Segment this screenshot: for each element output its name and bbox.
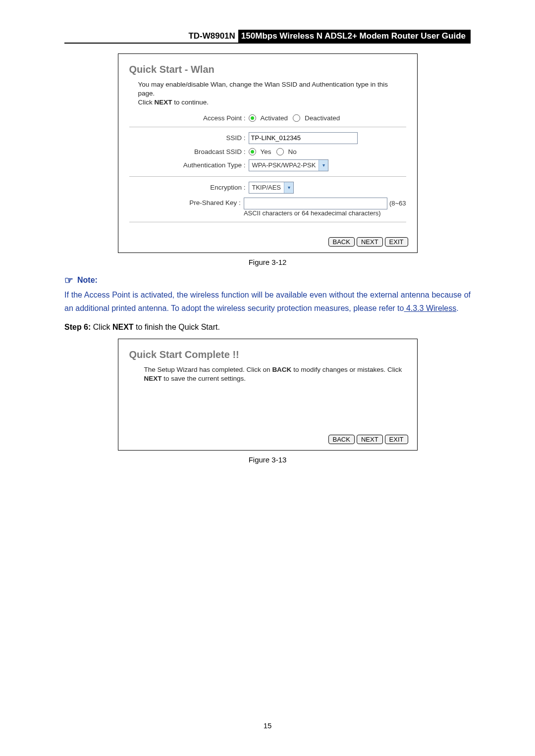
exit-button[interactable]: EXIT: [385, 435, 408, 444]
ssid-input[interactable]: [249, 132, 358, 144]
broadcast-ssid-label: Broadcast SSID :: [129, 148, 249, 155]
wlan-title: Quick Start - Wlan: [129, 64, 406, 75]
next-button[interactable]: NEXT: [357, 435, 383, 444]
psk-hint-range: (8~63: [389, 200, 406, 207]
figure-caption-2: Figure 3-13: [64, 455, 471, 464]
note-header: ☞ Note:: [64, 275, 471, 285]
model-number: TD-W8901N: [187, 30, 238, 43]
radio-activated[interactable]: [249, 114, 256, 122]
wlan-desc: You may enable/disable Wlan, change the …: [138, 80, 406, 107]
chevron-down-icon: ▾: [319, 160, 328, 171]
ssid-row: SSID :: [129, 132, 406, 144]
psk-row: Pre-Shared Key : (8~63 ASCII characters …: [129, 198, 406, 217]
broadcast-ssid-row: Broadcast SSID : Yes No: [129, 148, 406, 155]
exit-button[interactable]: EXIT: [385, 237, 408, 247]
note-label: Note:: [77, 276, 98, 285]
divider: [129, 176, 406, 177]
activated-label: Activated: [261, 114, 288, 122]
divider: [129, 127, 406, 127]
next-button[interactable]: NEXT: [357, 237, 383, 247]
wlan-panel: Quick Start - Wlan You may enable/disabl…: [118, 53, 418, 253]
auth-type-select[interactable]: WPA-PSK/WPA2-PSK ▾: [249, 159, 329, 171]
auth-type-label: Authentication Type :: [129, 161, 249, 169]
guide-title: 150Mbps Wireless N ADSL2+ Modem Router U…: [238, 30, 471, 43]
deactivated-label: Deactivated: [305, 114, 340, 122]
encryption-select[interactable]: TKIP/AES ▾: [249, 182, 294, 194]
complete-button-row: BACK NEXT EXIT: [118, 430, 417, 450]
complete-title: Quick Start Complete !!: [129, 349, 406, 360]
bssid-no-label: No: [288, 148, 297, 155]
access-point-label: Access Point :: [129, 114, 249, 122]
radio-deactivated[interactable]: [293, 114, 300, 122]
psk-label: Pre-Shared Key :: [129, 198, 244, 206]
back-button[interactable]: BACK: [328, 237, 355, 247]
complete-panel: Quick Start Complete !! The Setup Wizard…: [118, 339, 418, 451]
divider: [129, 222, 406, 222]
radio-bssid-no[interactable]: [276, 148, 284, 155]
figure-caption-1: Figure 3-12: [64, 258, 471, 266]
encryption-row: Encryption : TKIP/AES ▾: [129, 182, 406, 194]
ssid-label: SSID :: [129, 134, 249, 142]
note-body: If the Access Point is activated, the wi…: [64, 288, 471, 315]
bssid-yes-label: Yes: [261, 148, 271, 155]
chevron-down-icon: ▾: [284, 182, 293, 193]
auth-type-row: Authentication Type : WPA-PSK/WPA2-PSK ▾: [129, 159, 406, 171]
back-button[interactable]: BACK: [328, 435, 355, 444]
pointing-hand-icon: ☞: [64, 275, 73, 285]
wlan-button-row: BACK NEXT EXIT: [118, 232, 417, 252]
encryption-label: Encryption :: [129, 184, 249, 191]
radio-bssid-yes[interactable]: [249, 148, 256, 155]
wireless-section-link[interactable]: 4.3.3 Wireless: [404, 304, 456, 312]
psk-input[interactable]: [244, 198, 387, 209]
complete-desc: The Setup Wizard has completed. Click on…: [144, 365, 406, 383]
access-point-row: Access Point : Activated Deactivated: [129, 114, 406, 122]
step-6: Step 6: Click NEXT to finish the Quick S…: [64, 323, 471, 332]
page-number: 15: [64, 721, 471, 750]
psk-hint-chars: ASCII characters or 64 hexadecimal chara…: [244, 209, 406, 217]
page-header: TD-W8901N 150Mbps Wireless N ADSL2+ Mode…: [64, 30, 471, 44]
